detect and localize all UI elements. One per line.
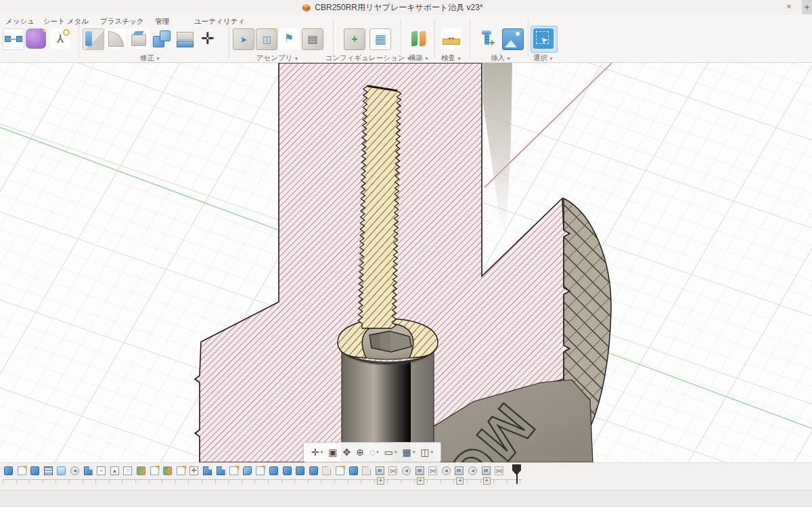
timeline-feature-sketch[interactable] (150, 466, 159, 475)
timeline-feature-sketch[interactable] (18, 466, 26, 475)
fillet-icon[interactable] (106, 28, 126, 49)
ribbon-divider (434, 19, 435, 58)
ribbon-group-label-6[interactable]: 挿入▼ (491, 53, 511, 63)
timeline-feature-pattern[interactable] (44, 466, 53, 475)
combine-icon[interactable] (152, 28, 172, 49)
timeline-feature-extrude[interactable] (349, 466, 358, 475)
new-component-icon[interactable]: ➤ (233, 28, 254, 50)
timeline-feature-split[interactable] (137, 466, 145, 475)
close-tab-icon[interactable]: × (784, 1, 794, 12)
timeline-feature-sketch[interactable] (336, 466, 344, 475)
status-band (0, 490, 812, 507)
select-icon[interactable]: ➤ (533, 28, 554, 49)
timeline-feature-sketch[interactable] (256, 466, 265, 475)
ribbon-group-label-1[interactable]: 修正▼ (140, 53, 160, 63)
timeline-feature-combine[interactable] (217, 466, 225, 475)
timeline-feature-mirror[interactable]: ⋈ (388, 466, 397, 475)
look-at-icon[interactable]: ▣ (325, 444, 340, 460)
display-settings-dropdown-icon[interactable]: ▾ (394, 449, 397, 455)
ribbon-group-label-4[interactable]: 構築▼ (409, 53, 429, 63)
decal-icon[interactable] (502, 28, 524, 50)
ribbon-group-label-5[interactable]: 検査▼ (441, 53, 461, 63)
grid-snaps-dropdown-icon[interactable]: ▾ (413, 449, 415, 455)
ribbon-divider (333, 19, 334, 58)
timeline-feature-component[interactable] (415, 466, 424, 475)
ribbon-divider (229, 19, 229, 58)
split-body-icon[interactable] (175, 28, 195, 49)
orbit-dropdown-icon[interactable]: ▾ (321, 449, 323, 455)
configuration-table-icon[interactable]: ▦ (369, 28, 391, 50)
timeline-insert-badge: + (377, 477, 384, 485)
orbit-icon[interactable]: ✛▾ (309, 444, 325, 460)
timeline-feature-plane[interactable] (362, 466, 371, 475)
ribbon-tab-5[interactable]: ユーティリティ (194, 17, 245, 26)
ribbon-group-label-2[interactable]: アセンブリ▼ (256, 53, 299, 63)
viewports-icon[interactable]: ◫▾ (418, 444, 436, 460)
timeline-feature-thread[interactable]: ≈ (97, 466, 106, 475)
move-icon[interactable]: ✛ (198, 28, 218, 49)
viewport-canvas[interactable]: MO (0, 63, 812, 462)
ribbon-divider (78, 19, 79, 58)
document-tab[interactable]: CBR250RR用リヤブレーキサポート治具 v23* (0, 0, 785, 15)
timeline-feature-extrude[interactable] (283, 466, 292, 475)
display-settings-icon[interactable]: ▭▾ (382, 444, 400, 460)
timeline-feature-circular-pattern[interactable]: ○ (123, 466, 132, 475)
timeline-feature-combine[interactable] (84, 466, 93, 475)
joint-branch-icon[interactable]: Y (50, 28, 70, 49)
sketch-constraints-icon[interactable] (3, 28, 24, 50)
timeline-feature-extrude[interactable] (30, 466, 39, 475)
configuration-icon[interactable]: + (344, 28, 365, 50)
joint-icon[interactable]: ◫ (256, 28, 277, 50)
timeline-feature-extrude[interactable] (296, 466, 304, 475)
timeline-feature-combine[interactable] (203, 466, 212, 475)
ribbon-tab-4[interactable]: 管理 (155, 17, 169, 26)
ribbon-group-label-3[interactable]: コンフィギュレーション▼ (325, 53, 411, 63)
new-tab-icon[interactable]: + (802, 0, 812, 14)
construct-plane-icon[interactable] (409, 28, 429, 49)
timeline-ruler[interactable] (3, 479, 522, 483)
timeline-feature-hole[interactable]: ◂ (70, 466, 79, 475)
grid-snaps-icon[interactable]: ▦▾ (400, 444, 418, 460)
ribbon-tab-2[interactable]: シート メタル (43, 17, 89, 26)
timeline-feature-shell[interactable] (57, 466, 66, 475)
timeline-feature-split[interactable] (163, 466, 172, 475)
viewports-dropdown-icon[interactable]: ▾ (431, 449, 434, 455)
timeline-feature-extrude[interactable] (309, 466, 318, 475)
insert-fastener-icon[interactable]: + (478, 28, 498, 49)
shell-icon[interactable] (129, 28, 149, 49)
timeline-feature-hole[interactable]: ◂ (442, 466, 451, 475)
measure-icon[interactable]: ↔ (441, 28, 461, 49)
timeline-feature-mirror[interactable]: ⋈ (428, 466, 437, 475)
ribbon-divider (470, 19, 470, 58)
ribbon-tab-3[interactable]: プラスチック (100, 17, 143, 26)
timeline-feature-plane[interactable] (322, 466, 331, 475)
document-title: CBR250RR用リヤブレーキサポート治具 v23* (315, 2, 482, 14)
ribbon-tab-1[interactable]: メッシュ (5, 17, 35, 26)
timeline-feature-loft[interactable] (243, 466, 252, 475)
timeline-feature-draft[interactable]: ▲ (110, 466, 119, 475)
timeline-feature-component[interactable] (455, 466, 464, 475)
timeline-feature-extrude[interactable] (4, 466, 13, 475)
timeline-feature-extrude[interactable] (269, 466, 278, 475)
rigid-group-icon[interactable]: ▤ (302, 28, 323, 50)
model-body[interactable]: MO (195, 63, 611, 462)
pan-icon[interactable]: ✥ (340, 444, 353, 460)
design-history-timeline: ◂≈▲○✛+⋈◂+⋈◂+◂+⋈ (0, 462, 812, 491)
timeline-feature-hole[interactable]: ◂ (402, 466, 411, 475)
ribbon-divider (528, 19, 528, 58)
zoom-icon[interactable]: ⊕ (353, 444, 367, 460)
fit-icon[interactable]: ◌▾ (367, 444, 382, 460)
timeline-feature-component[interactable] (376, 466, 384, 475)
timeline-feature-sketch[interactable] (177, 466, 185, 475)
ribbon-group-label-7[interactable]: 選択▼ (533, 53, 554, 63)
view-navigation-bar: ✛▾▣✥⊕◌▾▭▾▦▾◫▾ (303, 442, 441, 462)
form-icon[interactable] (26, 28, 46, 49)
fit-dropdown-icon[interactable]: ▾ (376, 449, 379, 455)
joint-origin-icon[interactable]: ⚑ (279, 28, 299, 49)
timeline-feature-sketch[interactable] (229, 466, 238, 475)
timeline-feature-mirror[interactable]: ⋈ (495, 466, 503, 475)
timeline-feature-hole[interactable]: ◂ (468, 466, 477, 475)
press-pull-icon[interactable] (83, 28, 104, 50)
timeline-feature-component[interactable] (482, 466, 491, 475)
timeline-feature-move[interactable]: ✛ (189, 466, 198, 475)
